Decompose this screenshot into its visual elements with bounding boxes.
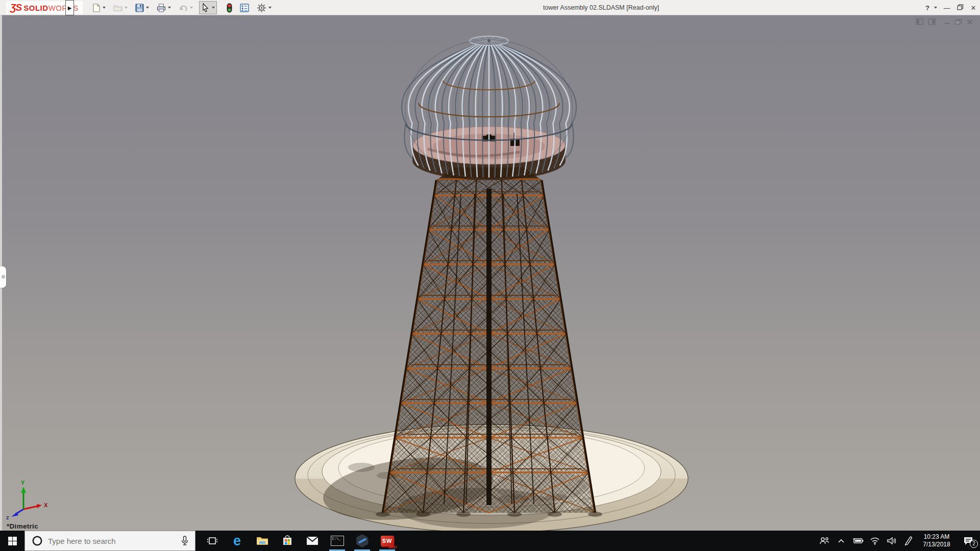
doc-close-icon[interactable] — [967, 19, 973, 25]
flyout-arrow-icon: ▶ — [68, 5, 72, 11]
new-document-button[interactable] — [90, 1, 107, 14]
dropdown-arrow-icon[interactable] — [146, 7, 149, 9]
wifi-icon — [870, 537, 880, 545]
ds-logo-mark: ƷS — [10, 2, 21, 13]
dropdown-arrow-icon — [190, 7, 193, 9]
help-button[interactable]: ? — [921, 4, 934, 12]
people-icon — [819, 537, 829, 545]
triad-y-label: Y — [21, 480, 24, 486]
print-icon — [157, 4, 166, 12]
rebuild-button[interactable] — [225, 1, 234, 14]
mail-button[interactable] — [300, 531, 325, 551]
file-explorer-button[interactable] — [250, 531, 275, 551]
window-controls: ? — ✕ — [921, 0, 980, 15]
standard-toolbar — [86, 0, 273, 15]
dropdown-arrow-icon[interactable] — [268, 7, 272, 9]
action-center-button[interactable]: 2 — [957, 531, 980, 551]
hexagon-slash — [358, 538, 366, 543]
rebuild-traffic-light-icon — [227, 3, 232, 13]
file-properties-icon — [240, 4, 249, 12]
file-explorer-icon — [256, 536, 268, 546]
clock-time: 10:23 AM — [917, 533, 957, 541]
system-tray: 10:23 AM 7/13/2018 2 — [816, 531, 980, 551]
minimize-button[interactable]: — — [940, 4, 953, 12]
tab-knob-icon — [2, 275, 5, 279]
feature-tree-collapsed-tab[interactable] — [0, 266, 6, 288]
mail-icon — [306, 536, 318, 545]
command-prompt-icon: C:\_ — [331, 536, 344, 546]
options-gear-icon — [257, 3, 266, 13]
title-bar: ƷS SOLID WORKS ▶ — [0, 0, 980, 15]
battery-button[interactable] — [849, 531, 866, 551]
electrode-dome — [402, 36, 576, 180]
options-button[interactable] — [255, 1, 273, 14]
open-folder-icon — [113, 4, 122, 12]
pane-right-icon[interactable] — [928, 18, 936, 25]
menu-flyout-button[interactable]: ▶ — [65, 0, 74, 15]
chevron-up-icon — [838, 538, 845, 543]
restore-button[interactable] — [953, 4, 967, 12]
windows-taskbar: e — [0, 531, 980, 551]
orientation-triad: Y X Z — [4, 483, 50, 523]
save-button[interactable] — [134, 1, 151, 14]
dropdown-arrow-icon — [125, 7, 128, 9]
clock-date: 7/13/2018 — [917, 541, 957, 548]
tesla-tower-model — [0, 15, 980, 531]
task-view-button[interactable] — [200, 531, 225, 551]
cmd-prompt-text: C:\_ — [332, 537, 341, 541]
tower-lattice — [376, 167, 602, 517]
pen-button[interactable] — [900, 531, 917, 551]
view-orientation-label: *Dimetric — [7, 522, 38, 530]
file-properties-button[interactable] — [238, 1, 251, 14]
doc-minimize-icon[interactable] — [944, 19, 950, 25]
restore-icon — [957, 4, 964, 10]
dropdown-arrow-icon[interactable] — [168, 7, 171, 9]
screen: ƷS SOLID WORKS ▶ — [0, 0, 980, 551]
hexagon-app-button[interactable] — [350, 531, 375, 551]
cortana-icon — [32, 535, 43, 546]
select-cursor-icon — [201, 3, 210, 12]
edge-icon: e — [233, 534, 241, 547]
sw-year: 2017 — [388, 545, 397, 549]
triad-x-label: X — [44, 502, 47, 508]
document-window-controls — [916, 18, 973, 25]
store-icon — [282, 535, 293, 546]
edge-button[interactable]: e — [225, 531, 250, 551]
logo-text-solid: SOLID — [23, 4, 48, 12]
volume-button[interactable] — [883, 531, 900, 551]
people-button[interactable] — [816, 531, 832, 551]
hexagon-app-icon — [356, 534, 369, 547]
hidden-icons-button[interactable] — [832, 531, 849, 551]
solidworks-2017-button[interactable]: SW 2017 — [375, 531, 400, 551]
triad-axes-icon — [4, 483, 50, 523]
save-icon — [135, 4, 144, 12]
graphics-viewport[interactable]: Y X Z *Dimetric — [0, 15, 980, 531]
pane-left-icon[interactable] — [916, 18, 923, 25]
doc-restore-icon[interactable] — [955, 19, 962, 25]
store-button[interactable] — [275, 531, 300, 551]
taskbar-clock[interactable]: 10:23 AM 7/13/2018 — [917, 533, 957, 548]
undo-button — [177, 1, 194, 14]
network-button[interactable] — [866, 531, 883, 551]
new-document-icon — [92, 4, 101, 12]
start-button[interactable] — [0, 531, 24, 551]
undo-icon — [179, 4, 188, 12]
task-view-icon — [207, 536, 217, 545]
dropdown-arrow-icon[interactable] — [212, 7, 215, 9]
print-button[interactable] — [155, 1, 173, 14]
battery-icon — [852, 537, 864, 544]
dropdown-arrow-icon[interactable] — [103, 7, 106, 9]
select-button[interactable] — [199, 1, 217, 14]
close-button[interactable]: ✕ — [967, 4, 980, 12]
volume-icon — [887, 537, 897, 545]
search-input[interactable] — [48, 537, 181, 545]
windows-logo-icon — [8, 537, 17, 545]
microphone-icon[interactable] — [181, 536, 189, 546]
command-prompt-button[interactable]: C:\_ — [325, 531, 350, 551]
taskbar-apps: e — [200, 531, 400, 551]
pen-icon — [904, 536, 913, 545]
help-dropdown-arrow-icon[interactable] — [934, 7, 937, 9]
triad-z-label: Z — [6, 515, 9, 520]
taskbar-search[interactable] — [24, 531, 195, 551]
document-title: tower Assembly 02.SLDASM [Read-only] — [543, 4, 659, 11]
